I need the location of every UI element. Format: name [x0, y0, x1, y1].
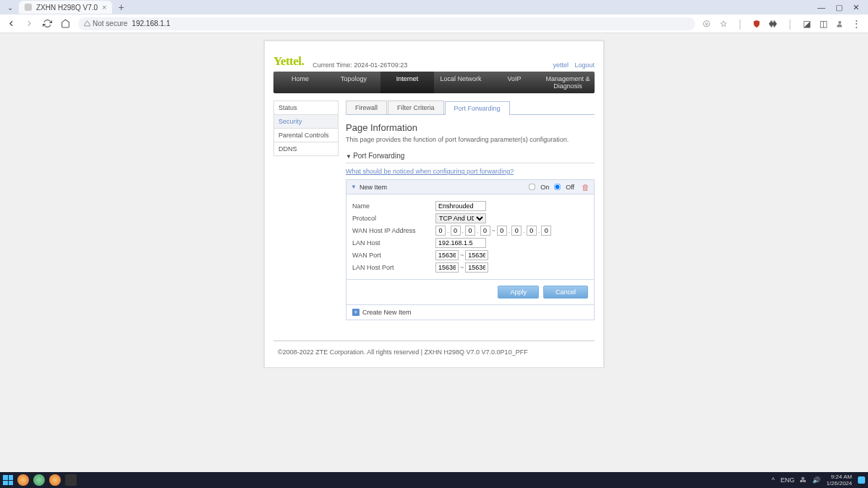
profile-icon[interactable] — [834, 18, 846, 30]
warning-icon — [84, 20, 90, 27]
nav-local-network[interactable]: Local Network — [434, 72, 488, 93]
wan-ip-b-4[interactable] — [541, 226, 551, 236]
maximize-button[interactable]: ▢ — [835, 3, 843, 12]
collapse-icon: ▼ — [351, 184, 357, 190]
input-wan-port-start[interactable] — [435, 250, 459, 260]
wan-ip-b-2[interactable] — [511, 226, 522, 236]
router-admin-page: Yettel. Current Time: 2024-01-26T09:23 y… — [264, 40, 604, 368]
nav-voip[interactable]: VoIP — [488, 72, 541, 93]
tab-firewall[interactable]: Firewall — [346, 100, 387, 114]
tab-close-icon[interactable]: × — [102, 3, 106, 12]
translate-icon[interactable]: ⦾ — [701, 18, 712, 30]
window-controls: — ▢ ✕ — [817, 3, 865, 12]
sidebar-item-ddns[interactable]: DDNS — [273, 142, 339, 156]
help-link[interactable]: What should be noticed when configuring … — [346, 168, 595, 175]
page-description: This page provides the function of port … — [346, 136, 595, 143]
tab-search-dropdown[interactable]: ⌄ — [3, 2, 17, 13]
menu-icon[interactable]: ⋮ — [851, 18, 862, 30]
tab-port-forwarding[interactable]: Port Forwarding — [445, 101, 510, 115]
input-name[interactable] — [435, 201, 486, 211]
username-link[interactable]: yettel — [553, 61, 569, 69]
tab-title: ZXHN H298Q V7.0 — [36, 4, 98, 12]
home-button[interactable] — [59, 17, 72, 30]
sidebar: Status Security Parental Controls DDNS — [273, 100, 339, 320]
address-bar[interactable]: Not secure 192.168.1.1 — [78, 17, 695, 30]
tab-favicon — [25, 4, 32, 11]
reload-button[interactable] — [41, 17, 54, 30]
nav-topology[interactable]: Topology — [327, 72, 380, 93]
nav-management[interactable]: Management & Diagnosis — [541, 72, 595, 93]
radio-off-label: Off — [566, 184, 574, 191]
wan-ip-b-3[interactable] — [527, 226, 537, 236]
bookmark-icon[interactable]: ☆ — [718, 18, 729, 30]
input-lan-host[interactable] — [435, 238, 486, 248]
cancel-button[interactable]: Cancel — [543, 286, 588, 299]
wan-ip-a-2[interactable] — [451, 226, 461, 236]
header-user-links: yettel Logout — [548, 61, 595, 69]
create-new-label: Create New Item — [362, 309, 412, 316]
radio-off[interactable] — [554, 184, 561, 191]
forward-button[interactable] — [22, 17, 36, 30]
item-name-title: New Item — [359, 184, 387, 191]
separator: | — [734, 18, 746, 30]
wan-ip-a-3[interactable] — [465, 226, 475, 236]
apply-button[interactable]: Apply — [498, 286, 539, 299]
close-window-button[interactable]: ✕ — [853, 3, 859, 12]
radio-on[interactable] — [529, 184, 536, 191]
logout-link[interactable]: Logout — [574, 61, 595, 69]
sub-tabs: Firewall Filter Criteria Port Forwarding — [346, 100, 595, 115]
sidebar-item-status[interactable]: Status — [273, 100, 339, 115]
svg-point-0 — [838, 21, 841, 24]
footer-copyright: ©2008-2022 ZTE Corporation. All rights r… — [273, 341, 595, 367]
browser-tab-strip: ⌄ ZXHN H298Q V7.0 × + — ▢ ✕ — [0, 0, 868, 14]
label-name: Name — [352, 202, 435, 210]
main-panel: Firewall Filter Criteria Port Forwarding… — [346, 100, 595, 320]
page-title: Page Information — [346, 122, 595, 133]
browser-tab[interactable]: ZXHN H298Q V7.0 × — [19, 1, 112, 14]
section-port-forwarding[interactable]: Port Forwarding — [346, 149, 595, 163]
delete-item-icon[interactable]: 🗑 — [582, 183, 590, 192]
wan-ip-a-4[interactable] — [480, 226, 490, 236]
wan-ip-b-1[interactable] — [497, 226, 507, 236]
not-secure-label: Not secure — [93, 20, 127, 27]
rule-form: Name Protocol TCP And UDP WAN Host IP Ad… — [346, 194, 595, 280]
wan-ip-a-1[interactable] — [435, 226, 446, 236]
back-button[interactable] — [4, 17, 18, 30]
toolbar-actions: ⦾ ☆ | | ◪ ◫ ⋮ — [701, 18, 864, 30]
new-tab-button[interactable]: + — [112, 1, 129, 13]
rule-item-header[interactable]: ▼ New Item On Off 🗑 — [346, 179, 595, 194]
plus-icon: + — [352, 309, 359, 316]
nav-internet[interactable]: Internet — [380, 72, 434, 93]
minimize-button[interactable]: — — [817, 3, 825, 12]
label-wan-port: WAN Port — [352, 252, 435, 259]
reading-icon[interactable]: ◪ — [801, 18, 812, 30]
enable-radio-group: On Off — [527, 182, 574, 192]
security-indicator[interactable]: Not secure — [84, 20, 127, 27]
label-lan-host-port: LAN Host Port — [352, 264, 435, 271]
tab-filter-criteria[interactable]: Filter Criteria — [388, 100, 444, 114]
label-protocol: Protocol — [352, 215, 435, 222]
browser-toolbar: Not secure 192.168.1.1 ⦾ ☆ | | ◪ ◫ ⋮ — [0, 14, 868, 33]
create-new-item[interactable]: +Create New Item — [346, 305, 595, 320]
side-panel-icon[interactable]: ◫ — [817, 18, 829, 30]
radio-on-label: On — [540, 184, 549, 191]
shield-icon[interactable] — [751, 18, 762, 30]
label-wan-host-ip: WAN Host IP Address — [352, 227, 435, 234]
sidebar-item-security[interactable]: Security — [273, 114, 339, 129]
label-lan-host: LAN Host — [352, 239, 435, 247]
input-lan-port-end[interactable] — [465, 262, 488, 273]
main-nav: Home Topology Internet Local Network VoI… — [273, 72, 595, 93]
brand-logo: Yettel. — [273, 54, 304, 69]
form-actions: Apply Cancel — [346, 280, 595, 305]
url-text: 192.168.1.1 — [132, 20, 170, 27]
sidebar-item-parental[interactable]: Parental Controls — [273, 128, 339, 142]
current-time: Current Time: 2024-01-26T09:23 — [312, 61, 407, 69]
select-protocol[interactable]: TCP And UDP — [435, 213, 486, 223]
separator: | — [784, 18, 796, 30]
extensions-icon[interactable] — [767, 18, 779, 30]
input-lan-port-start[interactable] — [435, 262, 459, 273]
nav-home[interactable]: Home — [273, 72, 327, 93]
input-wan-port-end[interactable] — [465, 250, 488, 260]
